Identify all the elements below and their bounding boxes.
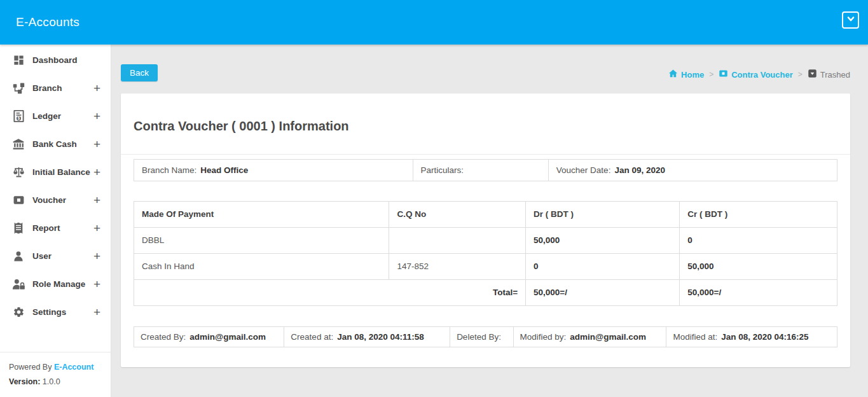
voucher-entries-table: Made Of Payment C.Q No Dr ( BDT ) Cr ( B… bbox=[134, 201, 837, 306]
voucher-info-strip: Branch Name:Head Office Particulars: Vou… bbox=[134, 159, 837, 181]
expand-plus-icon[interactable]: + bbox=[93, 222, 100, 234]
particulars-cell: Particulars: bbox=[413, 160, 548, 181]
col-made-of-payment: Made Of Payment bbox=[134, 202, 389, 228]
sidebar-item-branch[interactable]: Branch + bbox=[0, 74, 111, 102]
col-cr-bdt: Cr ( BDT ) bbox=[680, 202, 837, 228]
voucher-date-value: Jan 09, 2020 bbox=[614, 165, 665, 175]
app-title: E-Accounts bbox=[0, 15, 79, 29]
payment-cell: Cash In Hand bbox=[134, 254, 389, 280]
table-total-row: Total= 50,000=/ 50,000=/ bbox=[134, 280, 837, 306]
sidebar-item-label: Branch bbox=[32, 83, 62, 93]
expand-plus-icon[interactable]: + bbox=[93, 194, 100, 206]
breadcrumb-trashed: Trashed bbox=[808, 69, 850, 80]
created-at-cell: Created at:Jan 08, 2020 04:11:58 bbox=[284, 327, 450, 347]
col-cq-no: C.Q No bbox=[389, 202, 526, 228]
sidebar-item-settings[interactable]: Settings + bbox=[0, 298, 111, 326]
sidebar-item-label: Initial Balance bbox=[32, 167, 90, 177]
report-icon bbox=[11, 222, 25, 234]
expand-plus-icon[interactable]: + bbox=[93, 166, 100, 178]
sidebar-footer: Powered By E-Account Version: 1.0.0 bbox=[0, 352, 111, 397]
main-content: Back Home > Contra Voucher > Trashed bbox=[111, 45, 868, 397]
caret-square-down-icon bbox=[808, 69, 817, 80]
powered-by-text: Powered By bbox=[9, 363, 52, 372]
sidebar-nav: Dashboard Branch + $ Ledger + Bank Cash … bbox=[0, 45, 111, 326]
user-icon bbox=[11, 250, 25, 262]
cr-cell: 50,000 bbox=[680, 254, 837, 280]
bank-icon bbox=[11, 138, 25, 150]
chevron-down-icon bbox=[846, 15, 855, 26]
payment-cell: DBBL bbox=[134, 228, 389, 254]
gear-icon bbox=[11, 306, 25, 318]
branch-icon bbox=[11, 82, 25, 94]
expand-plus-icon[interactable]: + bbox=[93, 82, 100, 94]
modified-at-value: Jan 08, 2020 04:16:25 bbox=[721, 332, 808, 342]
modified-by-cell: Modified by:admin@gmail.com bbox=[513, 327, 666, 347]
svg-text:$: $ bbox=[17, 116, 20, 121]
table-header-row: Made Of Payment C.Q No Dr ( BDT ) Cr ( B… bbox=[134, 202, 837, 228]
cr-cell: 0 bbox=[680, 228, 837, 254]
back-button[interactable]: Back bbox=[121, 64, 158, 81]
voucher-icon bbox=[719, 69, 728, 80]
sidebar-item-label: Dashboard bbox=[32, 55, 78, 65]
powered-by-link[interactable]: E-Account bbox=[54, 363, 94, 372]
cq-cell: 147-852 bbox=[389, 254, 526, 280]
sidebar-item-voucher[interactable]: Voucher + bbox=[0, 186, 111, 214]
breadcrumb-home[interactable]: Home bbox=[668, 69, 704, 80]
home-icon bbox=[668, 69, 678, 80]
voucher-date-cell: Voucher Date:Jan 09, 2020 bbox=[548, 160, 837, 181]
breadcrumb-separator: > bbox=[709, 70, 713, 79]
col-dr-bdt: Dr ( BDT ) bbox=[526, 202, 680, 228]
header-dropdown-toggle-button[interactable] bbox=[842, 11, 859, 29]
voucher-icon bbox=[11, 194, 25, 206]
card-header: Contra Voucher ( 0001 ) Information bbox=[121, 94, 850, 155]
sidebar-item-label: Bank Cash bbox=[32, 139, 77, 149]
sidebar-item-role-manage[interactable]: Role Manage + bbox=[0, 270, 111, 298]
modified-at-cell: Modified at:Jan 08, 2020 04:16:25 bbox=[666, 327, 837, 347]
balance-scale-icon bbox=[11, 166, 25, 178]
dr-cell: 0 bbox=[526, 254, 680, 280]
sidebar-item-report[interactable]: Report + bbox=[0, 214, 111, 242]
branch-name-value: Head Office bbox=[200, 165, 248, 175]
modified-by-value: admin@gmail.com bbox=[570, 332, 646, 342]
dr-cell: 50,000 bbox=[526, 228, 680, 254]
table-row: DBBL 50,000 0 bbox=[134, 228, 837, 254]
sidebar-item-label: Voucher bbox=[32, 195, 66, 205]
sidebar-item-user[interactable]: User + bbox=[0, 242, 111, 270]
sidebar: Dashboard Branch + $ Ledger + Bank Cash … bbox=[0, 45, 111, 397]
voucher-info-card: Contra Voucher ( 0001 ) Information Bran… bbox=[121, 94, 850, 367]
sidebar-item-label: Ledger bbox=[32, 111, 61, 121]
sidebar-item-ledger[interactable]: $ Ledger + bbox=[0, 102, 111, 130]
expand-plus-icon[interactable]: + bbox=[93, 278, 100, 290]
breadcrumb-contra-voucher[interactable]: Contra Voucher bbox=[719, 69, 793, 80]
deleted-by-cell: Deleted By: bbox=[450, 327, 513, 347]
sidebar-item-bank-cash[interactable]: Bank Cash + bbox=[0, 130, 111, 158]
expand-plus-icon[interactable]: + bbox=[93, 110, 100, 122]
cq-cell bbox=[389, 228, 526, 254]
top-header-bar: E-Accounts bbox=[0, 0, 868, 45]
card-body: Branch Name:Head Office Particulars: Vou… bbox=[121, 155, 850, 367]
table-row: Cash In Hand 147-852 0 50,000 bbox=[134, 254, 837, 280]
sidebar-item-dashboard[interactable]: Dashboard bbox=[0, 46, 111, 74]
expand-plus-icon[interactable]: + bbox=[93, 250, 100, 262]
total-cr-value: 50,000=/ bbox=[680, 280, 837, 306]
user-lock-icon bbox=[11, 278, 25, 290]
sidebar-item-label: Settings bbox=[32, 307, 66, 317]
created-by-value: admin@gmail.com bbox=[189, 332, 266, 342]
created-at-value: Jan 08, 2020 04:11:58 bbox=[337, 332, 424, 342]
breadcrumb-separator: > bbox=[798, 70, 803, 79]
voucher-meta-strip: Created By:admin@gmail.com Created at:Ja… bbox=[134, 326, 837, 347]
total-label: Total= bbox=[134, 280, 526, 306]
breadcrumb: Home > Contra Voucher > Trashed bbox=[668, 69, 850, 81]
sidebar-item-initial-balance[interactable]: Initial Balance + bbox=[0, 158, 111, 186]
version-label: Version: bbox=[9, 377, 40, 386]
page-title: Contra Voucher ( 0001 ) Information bbox=[134, 119, 837, 134]
expand-plus-icon[interactable]: + bbox=[93, 306, 100, 318]
sidebar-item-label: Role Manage bbox=[32, 279, 85, 289]
branch-name-cell: Branch Name:Head Office bbox=[134, 160, 413, 181]
dashboard-icon bbox=[11, 54, 25, 66]
total-dr-value: 50,000=/ bbox=[526, 280, 680, 306]
expand-plus-icon[interactable]: + bbox=[93, 138, 100, 150]
toolbar-row: Back Home > Contra Voucher > Trashed bbox=[121, 64, 850, 81]
version-value: 1.0.0 bbox=[43, 377, 60, 386]
created-by-cell: Created By:admin@gmail.com bbox=[134, 327, 284, 347]
